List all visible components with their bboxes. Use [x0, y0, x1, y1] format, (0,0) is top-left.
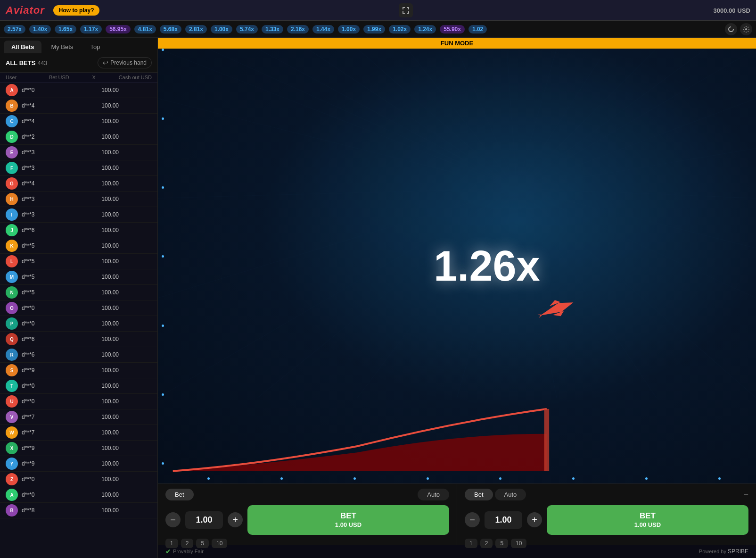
username: d***5 — [22, 289, 90, 296]
bet-tab-bet-1[interactable]: Bet — [165, 489, 194, 500]
x-dot — [353, 477, 356, 480]
table-row: V d***7 100.00 — [0, 409, 157, 425]
quick2-1-btn[interactable]: 1 — [465, 539, 477, 548]
balance-display: 3000.00USD — [712, 5, 750, 15]
quick-5-btn[interactable]: 5 — [196, 539, 209, 548]
y-dot — [162, 393, 164, 396]
bet-amount: 100.00 — [90, 165, 119, 171]
username: d***4 — [22, 102, 90, 109]
table-row: L d***5 100.00 — [0, 254, 157, 269]
decrease-bet-1[interactable]: − — [165, 512, 181, 527]
col-user: User — [6, 75, 16, 80]
logo: Aviator — [6, 4, 45, 17]
bet-amount: 100.00 — [90, 476, 119, 483]
y-dot — [162, 325, 164, 327]
table-row: O d***0 100.00 — [0, 300, 157, 316]
avatar: R — [6, 349, 18, 361]
quick-1-btn[interactable]: 1 — [165, 539, 178, 548]
previous-hand-button[interactable]: ↩ Previous hand — [98, 57, 152, 68]
avatar: K — [6, 240, 18, 252]
avatar: G — [6, 177, 18, 190]
powered-by: Powered by SPRIBE — [699, 548, 748, 555]
avatar: H — [6, 193, 18, 205]
mult-badge: 1.33x — [262, 25, 283, 33]
y-dot — [162, 255, 164, 258]
x-dot — [645, 477, 648, 480]
table-row: Z d***0 100.00 — [0, 472, 157, 487]
multiplier-display: 1.26x — [434, 242, 540, 291]
bet-amount: 100.00 — [90, 87, 119, 93]
avatar: P — [6, 317, 18, 330]
col-cashout: Cash out USD — [119, 75, 152, 80]
bet-amount: 100.00 — [90, 102, 119, 109]
bet-button-2[interactable]: BET 1.00 USD — [547, 505, 748, 535]
avatar: A — [6, 489, 18, 501]
table-row: K d***5 100.00 — [0, 238, 157, 254]
bet-amount: 100.00 — [90, 180, 119, 187]
avatar: A — [6, 84, 18, 96]
y-axis-dots — [162, 49, 164, 465]
table-row: X d***9 100.00 — [0, 441, 157, 456]
bet-amount: 100.00 — [90, 118, 119, 125]
bet-amount: 100.00 — [90, 305, 119, 311]
bet-tab-auto-2[interactable]: Auto — [495, 489, 526, 500]
bet-amount: 100.00 — [90, 133, 119, 140]
tab-top[interactable]: Top — [82, 41, 107, 53]
avatar: W — [6, 426, 18, 439]
table-row: G d***4 100.00 — [0, 176, 157, 192]
bet-button-1[interactable]: BET 1.00 USD — [247, 505, 449, 535]
quick-10-btn[interactable]: 10 — [212, 539, 227, 548]
settings-icon[interactable] — [740, 23, 752, 35]
refresh-icon[interactable] — [725, 23, 737, 35]
col-bet: Bet USD — [49, 75, 69, 80]
avatar: E — [6, 146, 18, 158]
avatar: Q — [6, 333, 18, 345]
avatar: X — [6, 442, 18, 454]
increase-bet-1[interactable]: + — [228, 512, 243, 527]
y-dot — [162, 117, 164, 120]
multiplier-strip: 2.57x 1.40x 1.65x 1.17x 56.95x 4.81x 5.6… — [0, 21, 756, 38]
quick2-2-btn[interactable]: 2 — [480, 539, 493, 548]
table-row: P d***0 100.00 — [0, 316, 157, 332]
avatar: O — [6, 302, 18, 314]
panel-2-close[interactable]: − — [743, 490, 748, 500]
bet-amount: 100.00 — [90, 336, 119, 342]
tab-all-bets[interactable]: All Bets — [4, 41, 41, 53]
avatar: J — [6, 224, 18, 236]
bet-amount-1: 1.00 — [185, 511, 223, 529]
quick-amounts-1: 1 2 5 10 — [165, 539, 449, 548]
username: d***0 — [22, 320, 90, 327]
avatar: U — [6, 395, 18, 408]
quick-2-btn[interactable]: 2 — [181, 539, 194, 548]
y-dot — [162, 186, 164, 189]
avatar: N — [6, 286, 18, 299]
bet-amount: 100.00 — [90, 196, 119, 202]
bet-tab-auto-1[interactable]: Auto — [418, 489, 449, 500]
fullscreen-icon[interactable] — [399, 3, 413, 17]
username: d***6 — [22, 336, 90, 342]
username: d***5 — [22, 242, 90, 249]
quick2-10-btn[interactable]: 10 — [511, 539, 526, 548]
bet-amount: 100.00 — [90, 211, 119, 218]
increase-bet-2[interactable]: + — [527, 512, 542, 527]
game-area: FUN MODE — [158, 38, 756, 558]
how-to-play-button[interactable]: How to play? — [53, 5, 100, 16]
mult-badge: 5.74x — [236, 25, 258, 33]
avatar: T — [6, 380, 18, 392]
shield-icon: ✔ — [165, 548, 171, 555]
bet-amount: 100.00 — [90, 320, 119, 327]
bet-amount: 100.00 — [90, 289, 119, 296]
username: d***7 — [22, 414, 90, 420]
tab-my-bets[interactable]: My Bets — [43, 41, 81, 53]
x-dot — [499, 477, 501, 480]
decrease-bet-2[interactable]: − — [465, 512, 480, 527]
quick2-5-btn[interactable]: 5 — [495, 539, 508, 548]
bets-list: A d***0 100.00 B d***4 100.00 C d***4 10… — [0, 83, 157, 558]
table-row: F d***3 100.00 — [0, 160, 157, 176]
bet-tab-bet-2[interactable]: Bet — [465, 489, 493, 500]
table-row: M d***5 100.00 — [0, 269, 157, 285]
bet-panel-2: Bet Auto − − 1.00 + BET 1.00 USD 1 2 5 — [457, 484, 756, 545]
username: d***3 — [22, 196, 90, 202]
x-dot — [572, 477, 575, 480]
username: d***8 — [22, 507, 90, 514]
